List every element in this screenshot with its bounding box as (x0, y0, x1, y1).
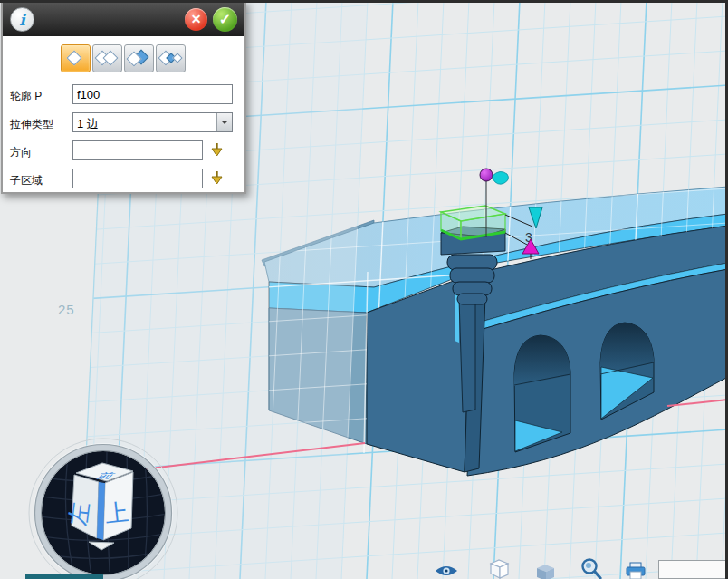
diamond-icon (67, 51, 82, 66)
extrude-mode-toolbar (61, 44, 186, 72)
profile-label: 轮廓 P (10, 89, 42, 104)
grid-coordinate-label: 25 (58, 302, 75, 317)
view-cube[interactable]: 左 上 前 (29, 439, 177, 579)
info-icon[interactable]: i (10, 7, 34, 32)
taskbar-peek-strip (25, 574, 103, 579)
subregion-label: 子区域 (10, 173, 43, 188)
mode-button-double-diamond[interactable] (92, 44, 122, 72)
arch-opening-left[interactable] (514, 335, 570, 452)
chevron-down-icon[interactable] (216, 113, 232, 131)
mode-button-diamond-blue[interactable] (124, 44, 154, 72)
diamond-icon (172, 53, 182, 63)
sphere-handle[interactable] (480, 169, 493, 181)
profile-input[interactable] (72, 84, 233, 104)
extrude-type-label: 拉伸类型 (10, 117, 53, 132)
extrude-type-value: 1 边 (77, 116, 99, 132)
wireframe-cube-icon[interactable] (491, 560, 508, 578)
direction-label: 方向 (10, 145, 32, 160)
cancel-button[interactable]: ✕ (185, 8, 207, 31)
mode-button-single-diamond[interactable] (61, 44, 91, 72)
view-cube-label-right[interactable]: 上 (104, 498, 130, 528)
corner-panel[interactable] (658, 560, 728, 579)
view-cube-label-left[interactable]: 左 (64, 500, 94, 526)
extrude-type-select[interactable]: 1 边 (72, 112, 233, 132)
extrude-preview-box[interactable] (441, 206, 505, 239)
window-top-edge (0, 0, 728, 3)
subregion-picker-arrow-icon[interactable] (208, 169, 225, 187)
application-window: 25 (0, 0, 728, 579)
confirm-button[interactable]: ✓ (213, 7, 237, 32)
extrude-dialog: i ✕ ✓ 轮廓 P 拉伸类型 (1, 1, 246, 194)
dialog-header[interactable]: i ✕ ✓ (3, 3, 244, 36)
subregion-input[interactable] (72, 169, 203, 188)
direction-input[interactable] (72, 140, 203, 160)
rotate-handle[interactable] (493, 171, 508, 184)
mode-button-diamond-dots[interactable] (156, 44, 186, 72)
direction-picker-arrow-icon[interactable] (208, 141, 225, 159)
